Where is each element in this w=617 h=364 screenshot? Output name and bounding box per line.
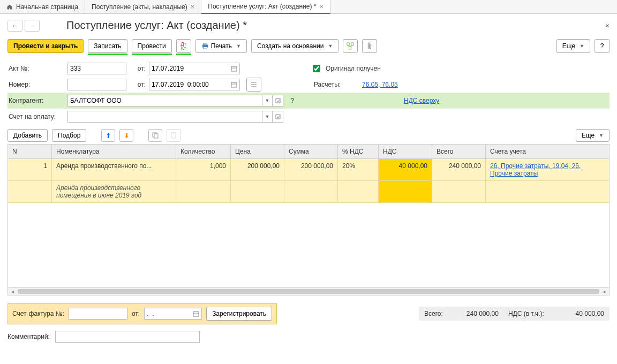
counterparty-input[interactable] bbox=[67, 95, 262, 107]
home-icon bbox=[6, 4, 13, 10]
calendar-button[interactable] bbox=[228, 63, 240, 74]
counterparty-help[interactable]: ? bbox=[288, 95, 297, 107]
cell-price[interactable]: 200 000,00 bbox=[231, 159, 284, 181]
scroll-left-icon[interactable]: ◂ bbox=[8, 288, 17, 295]
create-based-button[interactable]: Создать на основании ▼ bbox=[251, 39, 338, 53]
scrollbar-thumb[interactable] bbox=[18, 289, 599, 294]
close-button[interactable]: × bbox=[605, 21, 610, 30]
comment-input[interactable] bbox=[55, 331, 200, 343]
nav-forward-button[interactable]: → bbox=[25, 20, 40, 32]
chevron-down-icon: ▼ bbox=[580, 43, 584, 49]
invoice-no-input[interactable] bbox=[69, 308, 127, 320]
create-based-label: Создать на основании bbox=[257, 42, 324, 50]
from-label: от: bbox=[130, 81, 146, 88]
dropdown-button[interactable]: ▼ bbox=[262, 95, 273, 107]
nav-back-button[interactable]: ← bbox=[7, 20, 22, 32]
cell-vat[interactable]: 40 000,00 bbox=[379, 159, 432, 181]
accounts-link[interactable]: 26, Прочие затраты, 19.04, 26, Прочие за… bbox=[490, 162, 581, 177]
col-header-nom[interactable]: Номенклатура bbox=[52, 145, 176, 158]
cell-empty bbox=[8, 181, 52, 203]
move-up-button[interactable]: ⬆ bbox=[101, 129, 115, 142]
tab-label: Поступление (акты, накладные) bbox=[92, 3, 187, 11]
cell-desc[interactable]: Аренда производственного помещения в июн… bbox=[52, 181, 176, 203]
attach-button[interactable] bbox=[362, 39, 377, 53]
col-header-price[interactable]: Цена bbox=[231, 145, 284, 158]
more-button[interactable]: Еще ▼ bbox=[556, 39, 590, 53]
akt-date-input[interactable] bbox=[149, 63, 228, 74]
cell-nom[interactable]: Аренда производственного по... bbox=[52, 159, 176, 181]
form-list-button[interactable] bbox=[246, 78, 261, 92]
tab-home[interactable]: Начальная страница bbox=[0, 0, 85, 13]
close-icon[interactable]: × bbox=[191, 3, 195, 11]
debit-credit-button[interactable]: ДтКт bbox=[176, 39, 191, 53]
move-down-button[interactable]: ⬇ bbox=[119, 129, 133, 142]
col-header-qty[interactable]: Количество bbox=[176, 145, 231, 158]
cell-vatp[interactable]: 20% bbox=[338, 159, 379, 181]
open-button[interactable] bbox=[273, 111, 283, 123]
original-received-checkbox[interactable] bbox=[313, 65, 320, 72]
save-button[interactable]: Записать bbox=[88, 39, 127, 53]
number-date-input[interactable] bbox=[149, 79, 228, 90]
svg-rect-13 bbox=[172, 132, 175, 133]
post-button[interactable]: Провести bbox=[132, 39, 172, 53]
svg-rect-6 bbox=[231, 66, 237, 71]
svg-rect-9 bbox=[276, 115, 280, 119]
vat-label: НДС (в т.ч.): bbox=[508, 310, 544, 317]
cell-n[interactable]: 1 bbox=[8, 159, 52, 181]
calendar-button[interactable] bbox=[228, 79, 240, 90]
total-value: 240 000,00 bbox=[466, 310, 499, 317]
calc-link[interactable]: 76.05, 76.05 bbox=[362, 81, 398, 88]
structure-button[interactable] bbox=[343, 39, 358, 53]
close-icon[interactable]: × bbox=[319, 3, 323, 11]
svg-rect-11 bbox=[154, 134, 158, 138]
chevron-down-icon: ▼ bbox=[599, 133, 604, 138]
chevron-down-icon: ▼ bbox=[328, 43, 333, 49]
add-row-button[interactable]: Добавить bbox=[7, 129, 48, 142]
cell-total[interactable]: 240 000,00 bbox=[432, 159, 486, 181]
paste-button[interactable] bbox=[167, 129, 180, 142]
col-header-n[interactable]: N bbox=[8, 145, 52, 158]
invoice-factura-box: Счет-фактура №: от: Зарегистрировать bbox=[7, 303, 277, 324]
table-more-button[interactable]: Еще ▼ bbox=[576, 129, 610, 142]
cell-qty[interactable]: 1,000 bbox=[176, 159, 231, 181]
pick-button[interactable]: Подбор bbox=[52, 129, 86, 142]
invoice-no-label: Счет-фактура №: bbox=[12, 310, 64, 317]
dropdown-button[interactable]: ▼ bbox=[262, 111, 273, 123]
number-input[interactable] bbox=[67, 79, 126, 90]
svg-rect-5 bbox=[349, 47, 351, 49]
table-row[interactable]: 1 Аренда производственного по... 1,000 2… bbox=[8, 159, 609, 181]
print-icon bbox=[201, 43, 209, 49]
invoice-account-label: Счет на оплату: bbox=[7, 113, 64, 120]
table-toolbar: Добавить Подбор ⬆ ⬇ Еще ▼ bbox=[7, 129, 610, 142]
col-header-sum[interactable]: Сумма bbox=[284, 145, 338, 158]
main-toolbar: Провести и закрыть Записать Провести ДтК… bbox=[7, 39, 610, 53]
vat-mode-link[interactable]: НДС сверху bbox=[404, 97, 439, 104]
tab-receipts[interactable]: Поступление (акты, накладные) × bbox=[85, 0, 201, 13]
open-button[interactable] bbox=[273, 95, 283, 107]
table-row-desc[interactable]: Аренда производственного помещения в июн… bbox=[8, 181, 609, 203]
from-label: от: bbox=[130, 65, 146, 72]
svg-rect-8 bbox=[276, 98, 280, 103]
calendar-button[interactable] bbox=[190, 308, 202, 320]
register-invoice-button[interactable]: Зарегистрировать bbox=[206, 307, 272, 321]
invoice-account-input[interactable] bbox=[67, 111, 262, 123]
col-header-vatp[interactable]: % НДС bbox=[338, 145, 379, 158]
col-header-acc[interactable]: Счета учета bbox=[486, 145, 609, 158]
svg-rect-14 bbox=[193, 312, 199, 316]
print-label: Печать bbox=[211, 42, 232, 50]
number-label: Номер: bbox=[7, 81, 64, 88]
svg-rect-2 bbox=[203, 47, 207, 49]
akt-no-input[interactable] bbox=[67, 63, 126, 74]
col-header-vat[interactable]: НДС bbox=[379, 145, 432, 158]
cell-sum[interactable]: 200 000,00 bbox=[284, 159, 338, 181]
cell-accounts[interactable]: 26, Прочие затраты, 19.04, 26, Прочие за… bbox=[486, 159, 609, 181]
copy-button[interactable] bbox=[148, 129, 162, 142]
horizontal-scrollbar[interactable]: ◂ ▸ bbox=[7, 288, 610, 295]
help-button[interactable]: ? bbox=[595, 39, 610, 53]
col-header-total[interactable]: Всего bbox=[432, 145, 486, 158]
tab-act-create[interactable]: Поступление услуг: Акт (создание) * × bbox=[201, 0, 330, 14]
print-button[interactable]: Печать ▼ bbox=[195, 39, 247, 53]
invoice-date-input[interactable] bbox=[144, 308, 190, 320]
post-and-close-button[interactable]: Провести и закрыть bbox=[7, 39, 84, 53]
scroll-right-icon[interactable]: ▸ bbox=[600, 288, 609, 295]
